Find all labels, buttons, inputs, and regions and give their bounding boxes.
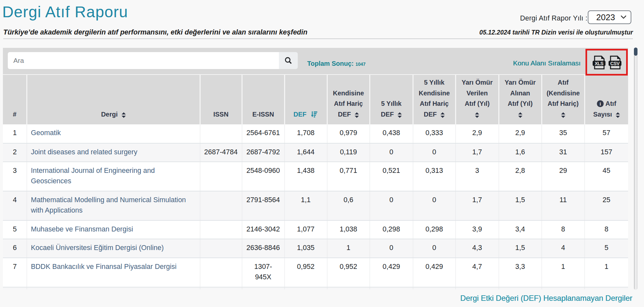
svg-text:XLS: XLS — [595, 61, 604, 66]
svg-text:CSV: CSV — [610, 61, 620, 66]
svg-text:i: i — [600, 102, 601, 106]
